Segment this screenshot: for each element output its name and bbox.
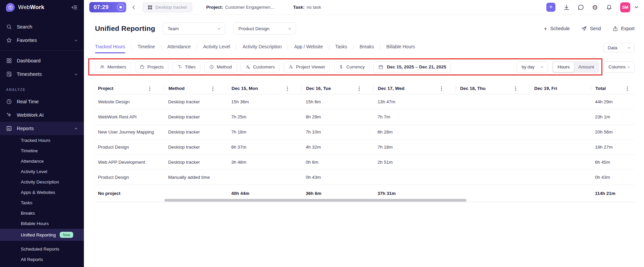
- download-icon[interactable]: [563, 4, 570, 11]
- export-button[interactable]: Export: [612, 26, 635, 32]
- cell-dec17: 7h 18m: [373, 145, 455, 150]
- chip-label: Projects: [147, 64, 164, 69]
- toggle-hours[interactable]: Hours: [553, 62, 574, 72]
- user-avatar[interactable]: SM: [620, 2, 630, 12]
- sidebar-collapse-icon[interactable]: [71, 4, 78, 11]
- windows-icon: [148, 5, 152, 10]
- column-header-dec17: Dec 17, Wed⋮: [373, 83, 455, 94]
- desktop-tracker-button[interactable]: Desktop tracker: [143, 2, 192, 12]
- sidebar-report-subitem[interactable]: Unified Reporting New: [0, 229, 84, 241]
- column-menu-icon[interactable]: ⋮: [285, 86, 290, 91]
- cell-project: WebWork Rest API: [95, 114, 164, 119]
- cell-dec17: 7h 7m: [373, 114, 455, 119]
- chip-label: Titles: [185, 64, 196, 69]
- task-label: Task:: [293, 5, 304, 10]
- column-header-dec19: Dec 19, Fri: [530, 83, 591, 94]
- sidebar-report-subitem[interactable]: Attendance: [0, 156, 84, 166]
- send-plane-icon: [581, 26, 587, 32]
- cell-method: Desktop tracker: [164, 129, 227, 135]
- briefcase-icon: [140, 64, 145, 69]
- tab[interactable]: Breaks: [353, 44, 374, 53]
- cell-project: New User Journey Mapping: [95, 129, 164, 135]
- sidebar-report-subitem[interactable]: Apps & Websites: [0, 187, 84, 198]
- sidebar-report-subitem[interactable]: Billable Hours: [0, 218, 84, 229]
- schedule-button[interactable]: +Schedule: [544, 26, 570, 32]
- chevron-down-icon: [627, 65, 630, 69]
- star-icon: [6, 37, 12, 43]
- data-select[interactable]: Data: [603, 43, 635, 52]
- collapse-timer-icon[interactable]: [131, 5, 137, 10]
- column-menu-icon[interactable]: ⋮: [439, 86, 444, 91]
- sidebar-report-subitem[interactable]: Timeline: [0, 146, 84, 156]
- tab[interactable]: Attendance: [161, 44, 191, 53]
- sidebar-item-realtime[interactable]: Real Time: [0, 95, 84, 108]
- settings-gear-icon[interactable]: ⚙: [592, 4, 598, 11]
- sidebar-subitem-label: Tracked Hours: [21, 138, 50, 143]
- horizontal-scrollbar[interactable]: [164, 199, 466, 202]
- notifications-bell-icon[interactable]: [606, 4, 612, 11]
- sidebar-item-favorites[interactable]: Favorites: [0, 34, 84, 47]
- chip-label: Currency: [346, 64, 365, 69]
- sidebar-item-search[interactable]: Search: [0, 20, 84, 34]
- sidebar-item-label: Favorites: [17, 38, 37, 43]
- send-button[interactable]: Send: [581, 26, 601, 32]
- columns-select[interactable]: Columns: [603, 61, 635, 73]
- tracker-timer[interactable]: 07:29: [89, 2, 126, 12]
- sidebar-report-subitem[interactable]: Tasks: [0, 198, 84, 208]
- date-range-picker[interactable]: Dec 15, 2025 – Dec 21, 2025: [374, 61, 451, 73]
- filter-chip-projects[interactable]: Projects: [135, 62, 168, 72]
- project-filter-select[interactable]: Product Design: [234, 22, 296, 35]
- column-menu-icon[interactable]: ⋮: [513, 86, 518, 91]
- tab[interactable]: Activity Description: [236, 44, 282, 53]
- chevron-down-icon: [540, 65, 544, 69]
- current-task: Task: no task: [293, 5, 321, 10]
- column-menu-icon[interactable]: ⋮: [147, 86, 152, 91]
- tab[interactable]: Tracked Hours: [95, 44, 125, 53]
- report-actions: +Schedule Send Export: [544, 26, 635, 32]
- sidebar-report-subitem[interactable]: Activity Description: [0, 177, 84, 187]
- stop-timer-button[interactable]: [117, 4, 124, 11]
- team-select[interactable]: Team: [163, 22, 225, 35]
- cell-method: Desktop tracker: [164, 114, 227, 119]
- tab[interactable]: App / Website: [288, 44, 323, 53]
- sparkles-icon: [6, 112, 12, 118]
- filter-chip-project-viewer[interactable]: Project Viewer: [284, 62, 330, 72]
- tab[interactable]: Billable Hours: [380, 44, 415, 53]
- sidebar-report-subitem[interactable]: Breaks: [0, 208, 84, 218]
- filter-chip-members[interactable]: Members: [95, 62, 131, 72]
- filter-chip-method[interactable]: Method: [204, 62, 237, 72]
- toggle-amount[interactable]: Amount: [574, 62, 598, 72]
- plus-icon: +: [544, 26, 547, 32]
- cell-project: Website Design: [95, 99, 164, 104]
- filter-chip-customers[interactable]: Customers: [241, 62, 280, 72]
- webwork-logo-icon: [6, 3, 15, 12]
- group-by-select[interactable]: by day: [516, 61, 548, 73]
- sidebar-report-subitem[interactable]: All Reports: [0, 254, 84, 265]
- sidebar-report-subitem[interactable]: Activity Level: [0, 166, 84, 177]
- sidebar-item-dashboard[interactable]: Dashboard: [0, 54, 84, 67]
- column-menu-icon[interactable]: ⋮: [625, 86, 630, 91]
- cell-dec17: 37h 31m: [373, 191, 455, 196]
- sidebar-report-subitem[interactable]: Scheduled Reports: [0, 244, 84, 254]
- tab[interactable]: Tasks: [329, 44, 347, 53]
- filter-chip-titles[interactable]: Titles: [172, 62, 200, 72]
- tab[interactable]: Activity Level: [197, 44, 230, 53]
- sidebar-item-timesheets[interactable]: Timesheets: [0, 67, 84, 81]
- column-menu-icon[interactable]: ⋮: [357, 86, 362, 91]
- filter-right-controls: by day Hours Amount Columns: [516, 61, 635, 73]
- brand-name: WebWork: [18, 4, 44, 11]
- sidebar-report-subitem[interactable]: Tracked Hours: [0, 135, 84, 146]
- sidebar-item-webwork-ai[interactable]: WebWork AI: [0, 108, 84, 122]
- table-row: New User Journey Mapping Desktop tracker…: [95, 124, 635, 140]
- quick-add-button[interactable]: +: [546, 3, 555, 12]
- sidebar-item-label: WebWork AI: [17, 112, 44, 118]
- chat-icon[interactable]: [578, 4, 584, 11]
- tab[interactable]: Timeline: [131, 44, 155, 53]
- column-menu-icon[interactable]: ⋮: [210, 86, 215, 91]
- sidebar-item-reports[interactable]: Reports: [0, 122, 84, 135]
- cell-dec17: 6h 28m: [373, 129, 455, 135]
- chip-label: Members: [107, 64, 126, 69]
- filter-chip-currency[interactable]: Currency: [334, 62, 369, 72]
- tracker-button-label: Desktop tracker: [155, 5, 187, 10]
- account-chevron-icon[interactable]: [634, 5, 639, 9]
